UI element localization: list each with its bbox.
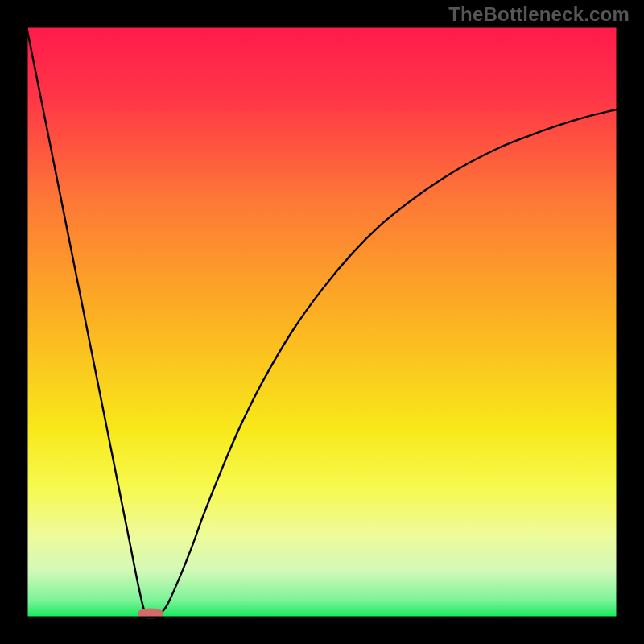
chart-container: TheBottleneck.com [0,0,644,644]
chart-gradient-background [27,27,617,617]
bottleneck-chart [0,0,644,644]
watermark-label: TheBottleneck.com [448,3,630,26]
